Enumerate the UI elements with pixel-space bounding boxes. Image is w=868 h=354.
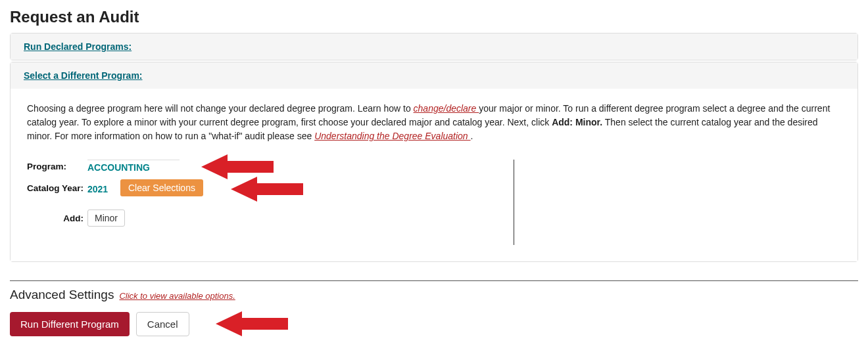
program-label: Program: [27,162,87,171]
advanced-settings-row: Advanced Settings Click to view availabl… [10,288,858,302]
panel-select-different: Select a Different Program: Choosing a d… [10,62,858,262]
advanced-settings-title: Advanced Settings [10,288,114,302]
panel-run-declared: Run Declared Programs: [10,33,858,60]
svg-marker-1 [231,177,303,202]
add-minor-button[interactable]: Minor [87,210,125,227]
change-declare-link[interactable]: change/declare [414,103,479,114]
page-title: Request an Audit [10,8,858,26]
annotation-arrow-icon [201,154,274,179]
advanced-settings-link[interactable]: Click to view available options. [119,291,235,301]
understanding-link[interactable]: Understanding the Degree Evaluation [314,131,470,141]
run-different-program-button[interactable]: Run Different Program [10,312,130,336]
svg-marker-0 [201,154,274,179]
action-row: Run Different Program Cancel [10,311,858,336]
catalog-year-value[interactable]: 2021 [87,182,114,194]
catalog-year-label: Catalog Year: [27,183,87,193]
svg-marker-2 [216,311,288,336]
form-right-pane [514,160,841,245]
row-add: Add: Minor [27,210,514,227]
info-seg-1: Choosing a degree program here will not … [27,103,414,114]
row-catalog-year: Catalog Year: 2021 Clear Selections [27,179,514,196]
info-seg-4: . [471,131,473,141]
separator [10,280,858,281]
info-text: Choosing a degree program here will not … [27,102,841,143]
annotation-arrow-icon [231,177,303,202]
annotation-arrow-icon [216,311,288,336]
run-declared-link[interactable]: Run Declared Programs: [24,41,132,52]
clear-selections-button[interactable]: Clear Selections [120,179,203,196]
add-label: Add: [48,213,87,223]
cancel-button[interactable]: Cancel [136,312,189,336]
info-bold-add-minor: Add: Minor. [552,117,602,127]
program-value[interactable]: ACCOUNTING [87,160,180,173]
row-program: Program: ACCOUNTING [27,160,514,173]
select-different-link[interactable]: Select a Different Program: [24,70,143,81]
